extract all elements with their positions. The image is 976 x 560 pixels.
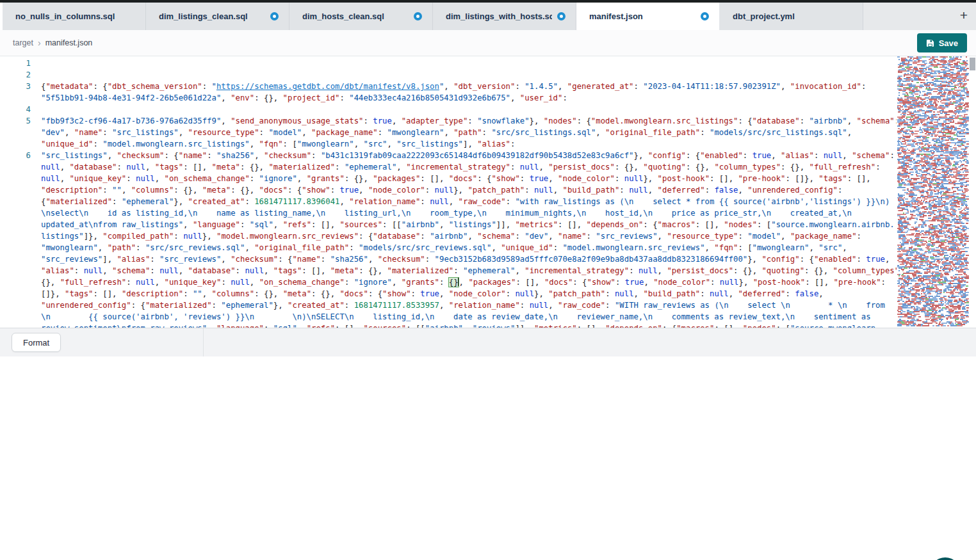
code-row[interactable]: "unique_id": "model.mwonglearn.src_listi… <box>41 138 902 150</box>
line-number <box>0 242 31 253</box>
code-row[interactable]: {"metadata": {"dbt_schema_version": "htt… <box>41 81 902 92</box>
code-row[interactable]: {}, "full_refresh": null, "unique_key": … <box>41 276 902 288</box>
editor-tab-bar: no_nulls_in_columns.sql dim_listings_cle… <box>0 3 976 30</box>
floppy-disk-icon <box>926 39 934 47</box>
code-content[interactable]: {"metadata": {"dbt_schema_version": "htt… <box>41 58 902 328</box>
code-row[interactable] <box>41 69 902 81</box>
breadcrumb-bar: target › manifest.json Save <box>0 30 976 56</box>
code-row[interactable]: "src_reviews"], "alias": "src_reviews", … <box>41 253 902 265</box>
code-row[interactable]: "fbb9f3c2-cf96-4a17-b736-976a62d35ff9", … <box>41 115 902 127</box>
breadcrumb-segment-target[interactable]: target <box>13 38 33 47</box>
code-row[interactable]: "5f51bb91-94b8-4e31-94f2-26b5e061d22a", … <box>41 92 902 104</box>
new-tab-plus-icon[interactable]: + <box>957 8 971 22</box>
format-button[interactable]: Format <box>12 333 61 352</box>
code-row[interactable]: updated_at\nfrom raw_listings", "languag… <box>41 219 902 230</box>
tab-dim-listings-with-hosts[interactable]: dim_listings_with_hosts.sql <box>433 3 576 30</box>
line-number <box>0 288 31 300</box>
line-number <box>0 138 31 150</box>
line-number <box>0 173 31 184</box>
toolbar-divider <box>203 328 204 357</box>
breadcrumb-segment-file[interactable]: manifest.json <box>45 38 93 47</box>
code-row[interactable]: "mwonglearn", "path": "src/src_reviews.s… <box>41 242 902 253</box>
line-number: 4 <box>0 104 31 115</box>
code-editor[interactable]: 123456 {"metadata": {"dbt_schema_version… <box>0 56 976 328</box>
tab-no-nulls-in-columns[interactable]: no_nulls_in_columns.sql <box>3 3 146 30</box>
code-row[interactable]: null, "unique_key": null, "on_schema_cha… <box>41 173 902 184</box>
line-number-gutter: 123456 <box>0 58 31 328</box>
modified-dot-icon <box>414 12 422 20</box>
tab-dim-hosts-clean[interactable]: dim_hosts_clean.sql <box>289 3 433 30</box>
code-row[interactable]: "alias": null, "schema": null, "database… <box>41 265 902 276</box>
modified-dot-icon <box>701 12 709 20</box>
line-number <box>0 323 31 328</box>
code-row[interactable]: "dev", "name": "src_listings", "resource… <box>41 127 902 138</box>
tab-label: dbt_project.yml <box>733 12 852 21</box>
modified-dot-icon <box>557 12 565 20</box>
line-number <box>0 230 31 242</box>
code-row[interactable]: null, "database": null, "tags": [], "met… <box>41 161 902 173</box>
line-number <box>0 300 31 311</box>
tab-label: dim_listings_with_hosts.sql <box>446 12 552 21</box>
code-row[interactable]: {"materialized": "ephemeral"}, "created_… <box>41 196 902 207</box>
tab-dbt-project-yml[interactable]: dbt_project.yml <box>720 3 863 30</box>
tab-label: manifest.json <box>589 12 695 21</box>
line-number <box>0 219 31 230</box>
text-cursor-caret <box>458 277 459 286</box>
code-row[interactable]: \n {{ source('airbnb', 'reviews') }}\n \… <box>41 311 902 323</box>
line-number: 5 <box>0 115 31 127</box>
breadcrumb-chevron-icon: › <box>38 38 41 48</box>
code-row[interactable]: listings"]}, "compiled_path": null}, "mo… <box>41 230 902 242</box>
code-row[interactable]: "unrendered_config": {"materialized": "e… <box>41 300 902 311</box>
vertical-scrollbar-thumb[interactable] <box>970 58 975 70</box>
save-button-label: Save <box>939 38 958 48</box>
tab-label: dim_listings_clean.sql <box>159 12 265 21</box>
line-number: 6 <box>0 150 31 161</box>
line-number <box>0 276 31 288</box>
tab-manifest-json[interactable]: manifest.json <box>576 3 720 30</box>
modified-dot-icon <box>270 12 279 20</box>
code-row[interactable] <box>41 104 902 115</box>
code-row[interactable]: []}, "tags": [], "description": "", "col… <box>41 288 902 300</box>
results-panel <box>0 356 976 560</box>
save-button[interactable]: Save <box>917 33 967 52</box>
code-row[interactable]: review_sentiment\nfrom raw_reviews", "la… <box>41 323 902 328</box>
line-number: 1 <box>0 58 31 69</box>
line-number <box>0 161 31 173</box>
code-row[interactable]: \nselect\n id as listing_id,\n name as l… <box>41 207 902 219</box>
tab-label: no_nulls_in_columns.sql <box>15 12 135 21</box>
line-number: 2 <box>0 69 31 81</box>
line-number <box>0 92 31 104</box>
line-number <box>0 184 31 196</box>
bracket-match-highlight: {} <box>449 278 459 287</box>
line-number <box>0 207 31 219</box>
code-row[interactable]: "src_listings", "checksum": {"name": "sh… <box>41 150 902 161</box>
code-row[interactable]: "description": "", "columns": {}, "meta"… <box>41 184 902 196</box>
line-number <box>0 127 31 138</box>
minimap[interactable] <box>897 56 969 328</box>
bottom-toolbar: Format <box>0 328 976 356</box>
line-number <box>0 196 31 207</box>
tab-dim-listings-clean[interactable]: dim_listings_clean.sql <box>146 3 289 30</box>
line-number <box>0 311 31 323</box>
tab-label: dim_hosts_clean.sql <box>302 12 409 21</box>
line-number: 3 <box>0 81 31 92</box>
code-row[interactable] <box>41 58 902 69</box>
line-number <box>0 265 31 276</box>
line-number <box>0 253 31 265</box>
